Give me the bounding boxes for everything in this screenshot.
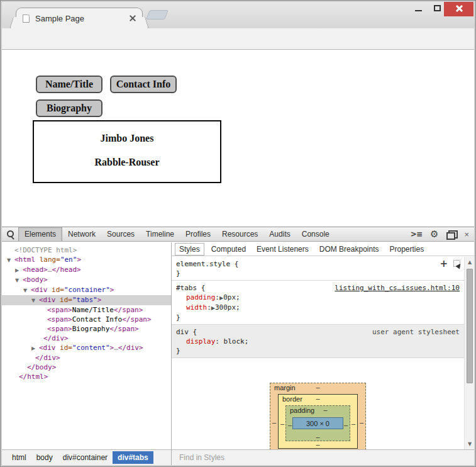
tree-node[interactable]: <span>Contact Info</span> [2, 315, 171, 324]
devtools-tab-audits[interactable]: Audits [263, 227, 296, 241]
tree-token-attr: id= [56, 344, 73, 352]
browser-tab[interactable]: Sample Page [16, 8, 143, 28]
css-property-value[interactable]: 0px; [223, 293, 240, 301]
boxmodel-border-right-value: – [351, 420, 355, 427]
tree-token-tag: </html> [19, 373, 48, 381]
rule-close-brace: } [176, 346, 460, 356]
new-tab-button[interactable] [146, 10, 169, 20]
devtools-tab-console[interactable]: Console [296, 227, 335, 241]
console-drawer-icon[interactable]: >≡ [411, 230, 422, 239]
tree-node[interactable]: </div> [2, 353, 171, 363]
style-rule: #tabs {listing_with_cs…issues.html:10pad… [172, 281, 464, 325]
tree-token-tag: </span> [114, 306, 143, 314]
browser-window: Sample Page ← → ↻ http://www.yourdomain.… [0, 0, 476, 467]
sidebar-tab-styles[interactable]: Styles [175, 243, 204, 256]
close-window-button[interactable] [444, 0, 473, 16]
tree-token-attr: id= [56, 296, 73, 304]
page-tab-biography[interactable]: Biography [36, 99, 102, 117]
tree-token-txt: Contact Info [72, 315, 122, 324]
devtools-tab-sources[interactable]: Sources [101, 227, 140, 241]
breadcrumb-div#tabs[interactable]: div#tabs [113, 451, 153, 464]
scroll-down-icon[interactable]: ▼ [465, 441, 475, 447]
devtools-tab-resources[interactable]: Resources [216, 227, 263, 241]
tab-close-icon[interactable] [130, 15, 136, 21]
maximize-icon [434, 5, 441, 11]
tree-token-tag: <span> [47, 325, 72, 333]
title-bar: Sample Page [0, 0, 476, 28]
css-property-value[interactable]: block; [224, 337, 249, 346]
tree-collapsed-icon[interactable]: ▶ [15, 266, 23, 275]
tree-node[interactable]: ▼<body> [2, 275, 171, 285]
boxmodel-border-label: border [282, 395, 302, 403]
devtools-tab-timeline[interactable]: Timeline [140, 227, 180, 241]
tree-node[interactable]: <span>Biography</span> [2, 324, 171, 334]
maximize-button[interactable] [429, 1, 445, 15]
sidebar-tab-event-listeners[interactable]: Event Listeners [253, 244, 313, 255]
sidebar-tab-computed[interactable]: Computed [208, 244, 250, 255]
styles-scrollbar[interactable]: ▲ ▼ [464, 257, 474, 449]
new-style-rule-icon[interactable]: + [440, 261, 448, 267]
tree-expanded-icon[interactable]: ▼ [23, 286, 31, 295]
devtools-close-icon[interactable]: × [464, 230, 469, 239]
minimize-button[interactable] [410, 1, 426, 15]
breadcrumb-div#container[interactable]: div#container [58, 451, 113, 464]
breadcrumb-body[interactable]: body [31, 451, 58, 464]
devtools-tab-profiles[interactable]: Profiles [180, 227, 216, 241]
css-property[interactable]: display: block; [176, 337, 460, 346]
inspect-magnifier-icon[interactable] [2, 227, 18, 241]
scrollbar-thumb[interactable] [467, 269, 473, 383]
tree-token-tag: <div [39, 296, 56, 304]
tree-token-attr: lang= [35, 256, 60, 264]
boxmodel-border: border – – – – padding – – – – 300 × 0 [278, 394, 358, 449]
tree-node[interactable]: <span>Name/Title</span> [2, 305, 171, 315]
tree-node-selected[interactable]: ▼<div id="tabs"> [2, 295, 171, 305]
minimize-icon [415, 10, 422, 11]
tree-node[interactable]: <!DOCTYPE html> [2, 245, 171, 255]
tree-node[interactable]: ▶<head>…</head> [2, 265, 171, 275]
tree-node[interactable]: </div> [2, 334, 171, 343]
css-property-name[interactable]: width [186, 303, 207, 312]
css-property-value[interactable]: 300px; [215, 303, 240, 312]
page-tab-contact-info[interactable]: Contact Info [110, 76, 177, 93]
tree-token-tag: <head> [23, 266, 48, 274]
page-content-lines: Jimbo JonesRabble-Rouser [34, 133, 220, 168]
css-property-name[interactable]: padding [186, 293, 215, 301]
tree-expanded-icon[interactable]: ▼ [31, 296, 39, 305]
sidebar-tab-dom-breakpoints[interactable]: DOM Breakpoints [316, 244, 383, 255]
tree-token-tag: <span> [47, 315, 72, 324]
style-rule: element.style {+} [172, 257, 464, 281]
dock-window-icon[interactable] [446, 230, 456, 238]
css-property[interactable]: padding:▶0px; [176, 293, 460, 303]
boxmodel-margin: margin – – – – border – – – – padding – … [270, 383, 366, 449]
css-selector[interactable]: div { [176, 328, 197, 336]
tree-node[interactable]: ▼<html lang="en"> [2, 255, 171, 265]
tree-token-tag: <span> [47, 306, 72, 314]
devtools-tab-elements[interactable]: Elements [18, 227, 62, 241]
stylesheet-source-link[interactable]: listing_with_cs…issues.html:10 [335, 283, 460, 293]
rule-toolbar: + [440, 260, 460, 267]
devtools-tab-network[interactable]: Network [62, 227, 101, 241]
scroll-up-icon[interactable]: ▲ [465, 259, 475, 265]
breadcrumb-html[interactable]: html [7, 451, 31, 464]
tree-node[interactable]: </html> [2, 372, 171, 381]
tree-node[interactable]: ▶<div id="content">…</div> [2, 343, 171, 353]
inspect-element-icon[interactable] [453, 260, 460, 267]
css-property[interactable]: width:▶300px; [176, 303, 460, 313]
css-property-name[interactable]: display [186, 337, 215, 346]
find-in-styles-input[interactable]: Find in Styles [179, 450, 224, 465]
settings-gear-icon[interactable]: ⚙ [430, 228, 438, 240]
tree-node[interactable]: </body> [2, 363, 171, 372]
tree-token-tag: <body> [23, 276, 48, 284]
tree-node[interactable]: ▼<div id="container"> [2, 285, 171, 295]
css-selector[interactable]: #tabs { [176, 284, 205, 292]
tab-title: Sample Page [35, 14, 130, 23]
tree-expanded-icon[interactable]: ▼ [15, 276, 23, 285]
tree-collapsed-icon[interactable]: ▶ [31, 344, 39, 353]
boxmodel-content: 300 × 0 [292, 417, 343, 429]
boxmodel-padding: padding – – – – 300 × 0 [285, 405, 350, 441]
sidebar-tab-properties[interactable]: Properties [385, 244, 428, 255]
page-tab-name-title[interactable]: Name/Title [36, 76, 102, 93]
css-selector[interactable]: element.style { [176, 260, 238, 268]
panel-divider[interactable] [171, 242, 172, 465]
tree-expanded-icon[interactable]: ▼ [7, 256, 14, 265]
